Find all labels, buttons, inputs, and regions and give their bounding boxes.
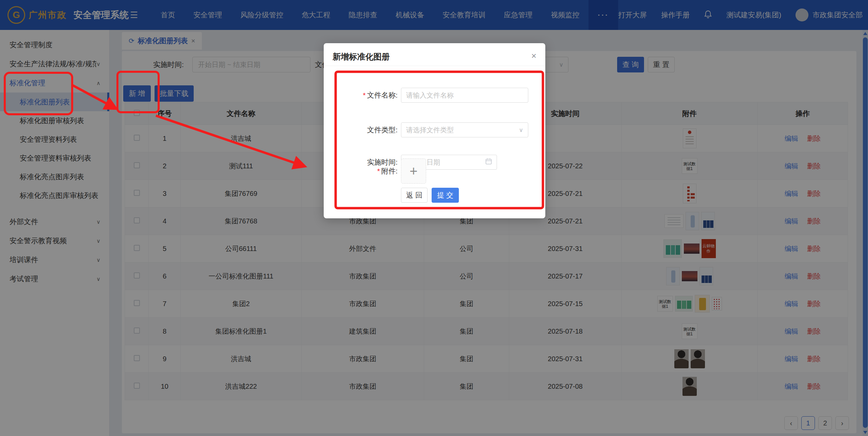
back-button[interactable]: 返 回 (401, 188, 428, 203)
close-icon[interactable]: × (531, 51, 536, 61)
modal-divider (324, 66, 545, 66)
plus-icon: + (409, 164, 417, 178)
required-star: * (363, 91, 366, 99)
modal-title: 新增标准化图册 (333, 51, 390, 62)
upload-button[interactable]: + (401, 158, 426, 184)
calendar-icon (485, 158, 492, 166)
modal-attach-label: *附件: (329, 164, 398, 179)
add-atlas-modal: 新增标准化图册 × *文件名称: 文件类型: 请选择文件类型 ∨ 实施时间: 请… (324, 43, 545, 218)
chevron-down-icon: ∨ (519, 127, 523, 134)
modal-type-label: 文件类型: (329, 122, 398, 137)
required-star: * (377, 167, 380, 175)
modal-name-input[interactable] (401, 88, 528, 103)
app-root: 广州市政 安全管理系统 ☰ 首页安全管理风险分级管控危大工程隐患排查机械设备安全… (0, 0, 868, 436)
modal-name-label: *文件名称: (329, 88, 398, 103)
submit-button[interactable]: 提 交 (432, 188, 459, 203)
modal-type-select[interactable]: 请选择文件类型 ∨ (401, 122, 528, 137)
